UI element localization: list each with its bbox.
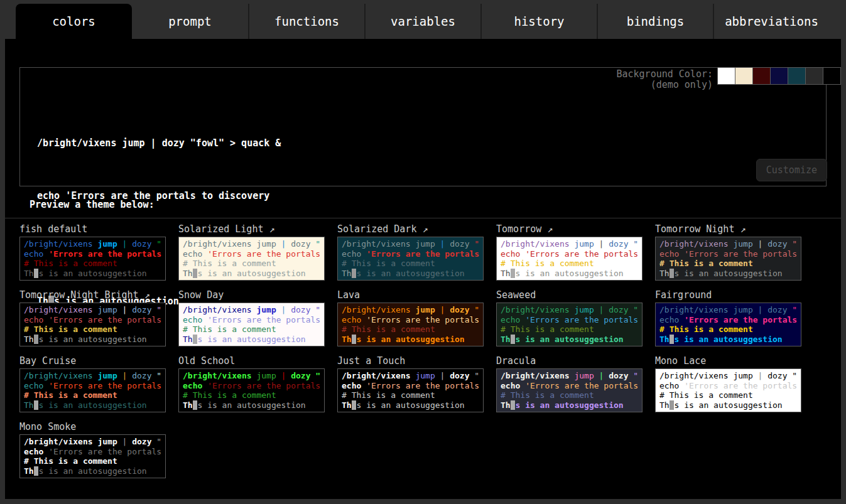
- sample-token-error: 'Errors are the portals to discovery: [48, 315, 166, 324]
- theme-mono-smoke[interactable]: Mono Smoke/bright/vixens jump | dozy "ec…: [19, 421, 166, 478]
- theme-sample-tomorrow[interactable]: /bright/vixens jump | dozy "echo 'Errors…: [496, 237, 643, 281]
- theme-title-dracula[interactable]: Dracula: [496, 355, 643, 368]
- tab-history[interactable]: history: [480, 4, 597, 39]
- theme-title-snow-day[interactable]: Snow Day: [178, 289, 325, 303]
- sample-token-error: 'Errors are the portals to discovery: [525, 249, 643, 259]
- theme-tomorrow-night[interactable]: Tomorrow Night ↗/bright/vixens jump | do…: [655, 223, 801, 281]
- sample-token-echo: echo: [183, 249, 207, 259]
- bg-swatch-5[interactable]: [805, 67, 823, 85]
- theme-sample-solarized-light[interactable]: /bright/vixens jump | dozy "echo 'Errors…: [178, 237, 325, 281]
- sample-token-error: 'Errors are the portals to discovery: [48, 249, 166, 259]
- theme-sample-just-a-touch[interactable]: /bright/vixens jump | dozy "echo 'Errors…: [337, 368, 484, 412]
- bg-swatch-4[interactable]: [788, 67, 806, 85]
- tab-bindings[interactable]: bindings: [597, 4, 713, 39]
- theme-title-tomorrow[interactable]: Tomorrow ↗: [496, 223, 643, 237]
- tab-prompt[interactable]: prompt: [132, 4, 248, 39]
- sample-token-comment: # This is a comment: [501, 324, 594, 334]
- themes-divider: [5, 218, 841, 218]
- bg-swatch-2[interactable]: [752, 67, 771, 85]
- tab-abbreviations[interactable]: abbreviations: [713, 4, 829, 39]
- theme-title-tomorrow-night[interactable]: Tomorrow Night ↗: [655, 223, 801, 237]
- theme-seaweed[interactable]: Seaweed/bright/vixens jump | dozy "echo …: [496, 289, 643, 346]
- sample-token-comment: # This is a comment: [342, 324, 435, 334]
- theme-tomorrow-night-bright[interactable]: Tomorrow Night Bright ↗/bright/vixens ju…: [19, 289, 166, 346]
- theme-title-lava[interactable]: Lava: [337, 289, 484, 303]
- sample-token-echo: echo: [501, 381, 525, 390]
- sample-line-error: echo 'Errors are the portals to discover…: [659, 315, 797, 325]
- tab-variables[interactable]: variables: [364, 4, 480, 39]
- sample-token-pipe: |: [594, 239, 609, 249]
- theme-sample-lava[interactable]: /bright/vixens jump | dozy "echo 'Errors…: [337, 303, 484, 346]
- theme-sample-bay-cruise[interactable]: /bright/vixens jump | dozy "echo 'Errors…: [19, 368, 166, 412]
- sample-token-pipe: |: [594, 371, 609, 380]
- sample-token-error: 'Errors are the portals to discovery: [684, 249, 801, 259]
- theme-title-old-school[interactable]: Old School: [178, 355, 325, 368]
- sample-line-autosuggestion: This is an autosuggestion: [659, 269, 797, 279]
- sample-token-sugg: s is an autosuggestion: [197, 400, 305, 410]
- theme-title-seaweed[interactable]: Seaweed: [496, 289, 643, 303]
- theme-sample-solarized-dark[interactable]: /bright/vixens jump | dozy "echo 'Errors…: [337, 237, 484, 281]
- tab-functions[interactable]: functions: [248, 4, 364, 39]
- theme-sample-mono-lace[interactable]: /bright/vixens jump | dozy "echo 'Errors…: [655, 368, 801, 412]
- theme-sample-dracula[interactable]: /bright/vixens jump | dozy "echo 'Errors…: [496, 368, 643, 412]
- theme-mono-lace[interactable]: Mono Lace/bright/vixens jump | dozy "ech…: [655, 355, 801, 412]
- sample-token-th: Th: [342, 335, 352, 344]
- theme-fish-default[interactable]: fish default/bright/vixens jump | dozy "…: [19, 223, 166, 281]
- sample-token-echo: echo: [342, 315, 366, 324]
- theme-sample-old-school[interactable]: /bright/vixens jump | dozy "echo 'Errors…: [178, 368, 325, 412]
- sample-token-echo: echo: [659, 249, 684, 259]
- theme-bay-cruise[interactable]: Bay Cruise/bright/vixens jump | dozy "ec…: [19, 355, 166, 412]
- bg-swatch-0[interactable]: [717, 67, 735, 85]
- theme-just-a-touch[interactable]: Just a Touch/bright/vixens jump | dozy "…: [337, 355, 484, 412]
- theme-solarized-light[interactable]: Solarized Light ↗/bright/vixens jump | d…: [178, 223, 325, 281]
- sample-token-dozy: dozy: [767, 371, 787, 380]
- sample-token-dozy: dozy: [767, 305, 787, 314]
- sample-line-error: echo 'Errors are the portals to discover…: [659, 381, 797, 391]
- theme-sample-fish-default[interactable]: /bright/vixens jump | dozy "echo 'Errors…: [19, 237, 166, 281]
- theme-title-solarized-dark[interactable]: Solarized Dark ↗: [337, 223, 484, 237]
- theme-title-fish-default[interactable]: fish default: [19, 223, 166, 237]
- theme-sample-snow-day[interactable]: /bright/vixens jump | dozy "echo 'Errors…: [178, 303, 325, 346]
- sample-token-sugg: s is an autosuggestion: [38, 335, 146, 344]
- sample-line-autosuggestion: This is an autosuggestion: [24, 335, 161, 345]
- sample-token-jump: jump: [415, 371, 435, 380]
- sample-token-quote: ": [311, 371, 321, 380]
- sample-line-comment: # This is a comment: [183, 390, 320, 400]
- customize-button[interactable]: Customize: [756, 159, 827, 181]
- theme-dracula[interactable]: Dracula/bright/vixens jump | dozy "echo …: [496, 355, 643, 412]
- theme-old-school[interactable]: Old School/bright/vixens jump | dozy "ec…: [178, 355, 325, 412]
- theme-sample-tomorrow-night[interactable]: /bright/vixens jump | dozy "echo 'Errors…: [655, 237, 801, 281]
- sample-line-autosuggestion: This is an autosuggestion: [24, 466, 161, 476]
- theme-lava[interactable]: Lava/bright/vixens jump | dozy "echo 'Er…: [337, 289, 484, 346]
- sample-token-echo: echo: [501, 249, 525, 259]
- theme-tomorrow[interactable]: Tomorrow ↗/bright/vixens jump | dozy "ec…: [496, 223, 643, 281]
- theme-title-fairground[interactable]: Fairground: [655, 289, 801, 303]
- theme-title-mono-lace[interactable]: Mono Lace: [655, 355, 801, 368]
- theme-title-bay-cruise[interactable]: Bay Cruise: [19, 355, 166, 368]
- sample-token-comment: # This is a comment: [659, 390, 753, 400]
- sample-line-autosuggestion: This is an autosuggestion: [659, 335, 797, 345]
- sample-token-path: /bright/vixens: [24, 437, 97, 446]
- tab-colors[interactable]: colors: [16, 4, 132, 39]
- theme-title-just-a-touch[interactable]: Just a Touch: [337, 355, 484, 368]
- sample-token-quote: ": [788, 239, 798, 249]
- theme-solarized-dark[interactable]: Solarized Dark ↗/bright/vixens jump | do…: [337, 223, 484, 281]
- theme-sample-seaweed[interactable]: /bright/vixens jump | dozy "echo 'Errors…: [496, 303, 643, 346]
- bg-swatch-1[interactable]: [735, 67, 753, 85]
- sample-token-comment: # This is a comment: [501, 390, 594, 400]
- theme-sample-mono-smoke[interactable]: /bright/vixens jump | dozy "echo 'Errors…: [19, 434, 166, 478]
- theme-sample-tomorrow-night-bright[interactable]: /bright/vixens jump | dozy "echo 'Errors…: [19, 303, 166, 346]
- theme-title-solarized-light[interactable]: Solarized Light ↗: [178, 223, 325, 237]
- sample-token-dozy: dozy: [291, 239, 310, 249]
- theme-snow-day[interactable]: Snow Day/bright/vixens jump | dozy "echo…: [178, 289, 325, 346]
- theme-title-mono-smoke[interactable]: Mono Smoke: [19, 421, 166, 434]
- theme-title-tomorrow-night-bright[interactable]: Tomorrow Night Bright ↗: [19, 289, 166, 303]
- sample-token-quote: ": [152, 371, 162, 380]
- sample-token-dozy: dozy: [609, 239, 628, 249]
- sample-token-path: /bright/vixens: [342, 305, 415, 314]
- bg-swatch-3[interactable]: [770, 67, 788, 85]
- bg-swatch-6[interactable]: [823, 67, 841, 85]
- sample-token-echo: echo: [501, 315, 525, 324]
- theme-sample-fairground[interactable]: /bright/vixens jump | dozy "echo 'Errors…: [655, 303, 801, 346]
- theme-fairground[interactable]: Fairground/bright/vixens jump | dozy "ec…: [655, 289, 801, 346]
